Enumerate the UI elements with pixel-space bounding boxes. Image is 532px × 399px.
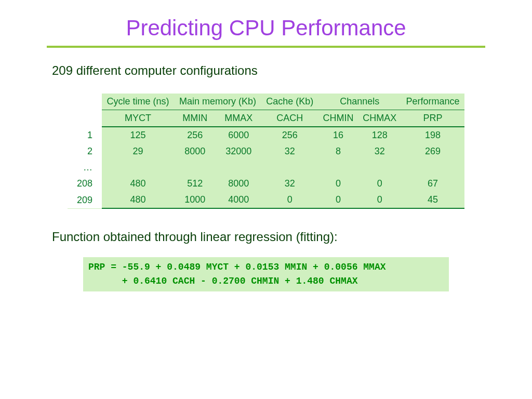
cell: 32	[261, 176, 318, 192]
cell: 256	[261, 127, 318, 143]
cell: 8000	[174, 143, 216, 159]
col-header: CHMAX	[358, 110, 401, 127]
cell: 512	[174, 176, 216, 192]
table-row-ellipsis: …	[68, 159, 464, 176]
row-index: 1	[68, 127, 102, 143]
cell: 128	[358, 127, 401, 143]
cell: 1000	[174, 192, 216, 208]
group-header: Performance	[401, 94, 464, 110]
cell: 45	[401, 192, 464, 208]
cell: 32	[358, 143, 401, 159]
col-header: MMIN	[174, 110, 216, 127]
col-header: PRP	[401, 110, 464, 127]
cell: 6000	[216, 127, 261, 143]
row-index: 208	[68, 176, 102, 192]
cell: 256	[174, 127, 216, 143]
cell: 4000	[216, 192, 261, 208]
col-header: MYCT	[102, 110, 174, 127]
row-index: 209	[68, 192, 102, 208]
col-header: MMAX	[216, 110, 261, 127]
cell: 0	[318, 192, 358, 208]
cell: 8000	[216, 176, 261, 192]
group-header: Cycle time (ns)	[102, 94, 174, 110]
table-group-header-row: Cycle time (ns) Main memory (Kb) Cache (…	[68, 94, 464, 110]
group-header: Cache (Kb)	[261, 94, 318, 110]
cell: 269	[401, 143, 464, 159]
cell: 0	[358, 192, 401, 208]
table-row: 1 125 256 6000 256 16 128 198	[68, 127, 464, 143]
group-header: Channels	[318, 94, 402, 110]
cell: 29	[102, 143, 174, 159]
cell: 67	[401, 176, 464, 192]
col-header: CACH	[261, 110, 318, 127]
data-table: Cycle time (ns) Main memory (Kb) Cache (…	[68, 94, 464, 209]
cell: 480	[102, 176, 174, 192]
row-index: …	[68, 159, 102, 176]
cell: 0	[261, 192, 318, 208]
table-row: 2 29 8000 32000 32 8 32 269	[68, 143, 464, 159]
cell: 32000	[216, 143, 261, 159]
cell: 32	[261, 143, 318, 159]
cell: 125	[102, 127, 174, 143]
cell: 8	[318, 143, 358, 159]
subtitle: 209 different computer configurations	[52, 63, 501, 78]
group-header: Main memory (Kb)	[174, 94, 261, 110]
table-header-row: MYCT MMIN MMAX CACH CHMIN CHMAX PRP	[68, 110, 464, 127]
cell: 0	[358, 176, 401, 192]
slide: Predicting CPU Performance 209 different…	[0, 0, 532, 307]
row-index: 2	[68, 143, 102, 159]
col-header: CHMIN	[318, 110, 358, 127]
cell: 0	[318, 176, 358, 192]
regression-formula: PRP = -55.9 + 0.0489 MYCT + 0.0153 MMIN …	[83, 257, 449, 291]
function-label: Function obtained through linear regress…	[52, 230, 501, 244]
data-table-wrap: Cycle time (ns) Main memory (Kb) Cache (…	[68, 94, 464, 209]
page-title: Predicting CPU Performance	[31, 16, 501, 41]
cell: 16	[318, 127, 358, 143]
table-row: 209 480 1000 4000 0 0 0 45	[68, 192, 464, 208]
cell: 480	[102, 192, 174, 208]
cell: 198	[401, 127, 464, 143]
table-row: 208 480 512 8000 32 0 0 67	[68, 176, 464, 192]
title-rule	[47, 46, 485, 48]
